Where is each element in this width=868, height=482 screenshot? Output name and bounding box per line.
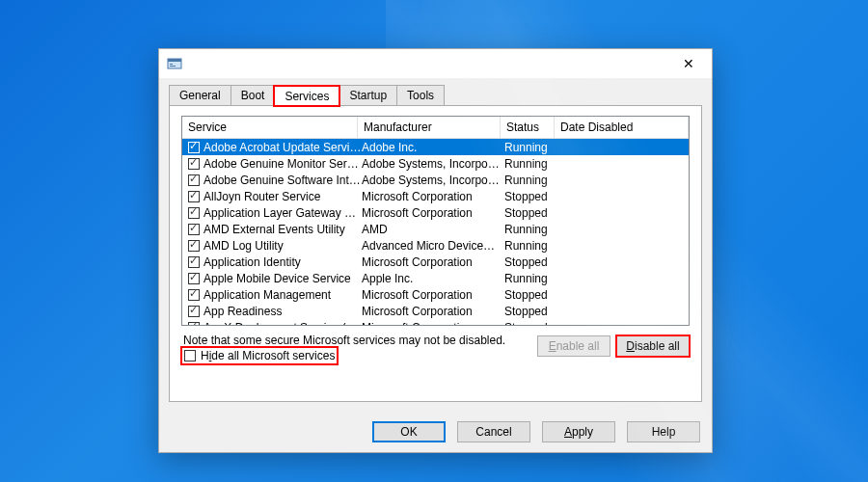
svg-rect-3: [170, 66, 176, 67]
cell-service: Adobe Acrobat Update Service: [203, 141, 362, 154]
hide-microsoft-checkbox[interactable]: Hide all Microsoft services: [181, 347, 338, 364]
cell-service: AppX Deployment Service (AppX…: [203, 321, 362, 327]
row-checkbox[interactable]: [188, 174, 200, 186]
row-checkbox[interactable]: [188, 158, 200, 170]
dialog-buttons: OK Cancel Apply Help: [159, 412, 712, 452]
cell-status: Stopped: [504, 255, 558, 269]
table-row[interactable]: AMD Log UtilityAdvanced Micro Devices, I…: [182, 237, 689, 254]
cell-manufacturer: Microsoft Corporation: [362, 190, 504, 203]
cell-manufacturer: Adobe Inc.: [362, 141, 504, 154]
cell-status: Running: [504, 174, 558, 187]
table-row[interactable]: Application IdentityMicrosoft Corporatio…: [182, 254, 689, 270]
cell-manufacturer: Microsoft Corporation: [362, 305, 504, 318]
services-panel: Service Manufacturer Status Date Disable…: [169, 105, 702, 402]
disable-all-button[interactable]: Disable all: [616, 335, 690, 357]
table-row[interactable]: Apple Mobile Device ServiceApple Inc.Run…: [182, 270, 689, 286]
cell-manufacturer: Apple Inc.: [362, 272, 504, 285]
cell-status: Running: [504, 272, 558, 285]
cell-manufacturer: Adobe Systems, Incorpora...: [362, 174, 504, 187]
tab-startup[interactable]: Startup: [339, 85, 397, 105]
row-checkbox[interactable]: [188, 224, 200, 235]
services-list[interactable]: Service Manufacturer Status Date Disable…: [181, 116, 690, 326]
close-button[interactable]: ✕: [669, 56, 708, 71]
cancel-button[interactable]: Cancel: [457, 421, 530, 442]
cell-status: Stopped: [504, 321, 558, 327]
cell-service: AllJoyn Router Service: [203, 190, 362, 203]
cell-manufacturer: Microsoft Corporation: [362, 255, 504, 269]
disabled-note: Note that some secure Microsoft services…: [181, 328, 537, 347]
cell-service: Adobe Genuine Monitor Service: [203, 157, 362, 171]
table-row[interactable]: Application ManagementMicrosoft Corporat…: [182, 286, 689, 303]
cell-service: App Readiness: [203, 305, 362, 318]
col-date-disabled[interactable]: Date Disabled: [555, 117, 689, 138]
list-header[interactable]: Service Manufacturer Status Date Disable…: [182, 117, 689, 139]
ok-button[interactable]: OK: [372, 421, 446, 442]
cell-manufacturer: Advanced Micro Devices, I...: [362, 239, 504, 253]
row-checkbox[interactable]: [188, 306, 200, 317]
cell-service: Application Layer Gateway Service: [203, 206, 362, 220]
checkbox-box[interactable]: [184, 350, 196, 362]
hide-microsoft-label: Hide all Microsoft services: [201, 349, 335, 362]
enable-all-button[interactable]: Enable all: [537, 335, 610, 357]
cell-manufacturer: AMD: [362, 223, 504, 236]
table-row[interactable]: AppX Deployment Service (AppX…Microsoft …: [182, 319, 689, 326]
mid-row: Note that some secure Microsoft services…: [181, 328, 690, 364]
tab-tools[interactable]: Tools: [396, 85, 445, 105]
cell-status: Running: [504, 141, 558, 154]
titlebar[interactable]: ✕: [159, 49, 712, 78]
table-row[interactable]: Adobe Genuine Monitor ServiceAdobe Syste…: [182, 155, 689, 172]
col-manufacturer[interactable]: Manufacturer: [358, 117, 501, 138]
row-checkbox[interactable]: [188, 289, 200, 301]
row-checkbox[interactable]: [188, 240, 200, 252]
table-row[interactable]: AMD External Events UtilityAMDRunning: [182, 221, 689, 237]
cell-status: Running: [504, 157, 558, 171]
row-checkbox[interactable]: [188, 142, 200, 153]
table-row[interactable]: Application Layer Gateway ServiceMicroso…: [182, 204, 689, 221]
cell-service: Adobe Genuine Software Integri…: [203, 174, 362, 187]
cell-status: Running: [504, 239, 558, 253]
cell-service: AMD External Events Utility: [203, 223, 362, 236]
tab-services[interactable]: Services: [274, 86, 339, 106]
cell-manufacturer: Microsoft Corporation: [362, 288, 504, 302]
cell-manufacturer: Microsoft Corporation: [362, 321, 504, 327]
cell-status: Stopped: [504, 305, 558, 318]
tab-boot[interactable]: Boot: [231, 85, 276, 105]
table-row[interactable]: Adobe Acrobat Update ServiceAdobe Inc.Ru…: [182, 139, 689, 155]
row-checkbox[interactable]: [188, 256, 200, 268]
table-row[interactable]: App ReadinessMicrosoft CorporationStoppe…: [182, 303, 689, 319]
cell-service: Apple Mobile Device Service: [203, 272, 362, 285]
system-config-icon: [167, 56, 182, 71]
tabstrip: General Boot Services Startup Tools: [169, 84, 702, 105]
row-checkbox[interactable]: [188, 191, 200, 202]
row-checkbox[interactable]: [188, 273, 200, 284]
row-checkbox[interactable]: [188, 322, 200, 327]
help-button[interactable]: Help: [627, 421, 700, 442]
col-service[interactable]: Service: [182, 117, 358, 138]
msconfig-dialog: ✕ General Boot Services Startup Tools Se…: [158, 48, 713, 453]
table-row[interactable]: AllJoyn Router ServiceMicrosoft Corporat…: [182, 188, 689, 204]
cell-service: AMD Log Utility: [203, 239, 362, 253]
svg-rect-2: [170, 64, 173, 65]
cell-status: Stopped: [504, 190, 558, 203]
cell-service: Application Identity: [203, 255, 362, 269]
cell-status: Stopped: [504, 206, 558, 220]
cell-status: Stopped: [504, 288, 558, 302]
cell-manufacturer: Microsoft Corporation: [362, 206, 504, 220]
apply-button[interactable]: Apply: [542, 421, 615, 442]
col-status[interactable]: Status: [501, 117, 555, 138]
cell-status: Running: [504, 223, 558, 236]
cell-service: Application Management: [203, 288, 362, 302]
cell-manufacturer: Adobe Systems, Incorpora...: [362, 157, 504, 171]
row-checkbox[interactable]: [188, 207, 200, 219]
tab-general[interactable]: General: [169, 85, 231, 105]
tab-area: General Boot Services Startup Tools Serv…: [159, 78, 712, 412]
svg-rect-1: [168, 59, 181, 62]
table-row[interactable]: Adobe Genuine Software Integri…Adobe Sys…: [182, 172, 689, 188]
